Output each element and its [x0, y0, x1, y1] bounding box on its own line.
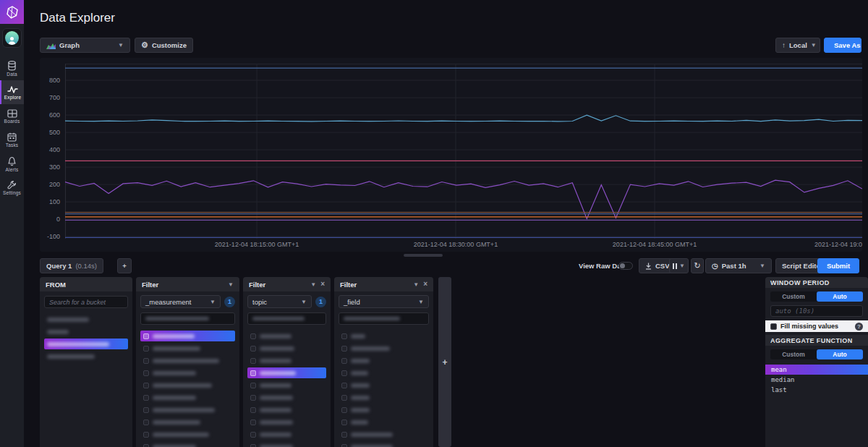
tag-value-item[interactable] — [140, 343, 235, 354]
view-type-dropdown[interactable]: Graph ▼ — [40, 38, 130, 53]
sidebar-item-boards[interactable]: Boards — [0, 104, 24, 128]
sidebar-item-settings[interactable]: Settings — [0, 176, 24, 200]
query-tab[interactable]: Query 1 (0.14s) — [40, 258, 103, 273]
help-icon[interactable]: ? — [855, 323, 863, 331]
tag-value-item[interactable] — [247, 392, 326, 403]
tag-value-item[interactable] — [247, 331, 326, 341]
filter-header[interactable]: Filter ▼ × — [334, 277, 433, 291]
checkbox-icon[interactable] — [341, 370, 347, 376]
bucket-list-item[interactable] — [44, 351, 128, 362]
tag-key-select[interactable]: topic ▼ — [247, 295, 312, 308]
checkbox-icon[interactable] — [341, 346, 347, 352]
tag-value-search-box[interactable] — [140, 312, 235, 325]
time-range-dropdown[interactable]: ◷ Past 1h ▼ — [705, 258, 772, 273]
checkbox-icon[interactable] — [341, 383, 347, 388]
tag-value-search-box[interactable] — [247, 312, 326, 325]
checkbox-icon[interactable] — [143, 346, 149, 352]
pause-dropdown-button[interactable]: ▼ — [669, 258, 689, 273]
tag-value-item[interactable] — [339, 331, 429, 341]
checkbox-icon[interactable] — [341, 358, 347, 364]
tag-value-item[interactable] — [247, 441, 326, 447]
checkbox-icon[interactable] — [250, 407, 256, 413]
tag-value-item[interactable] — [339, 355, 429, 366]
window-custom-option[interactable]: Custom — [770, 291, 817, 302]
tag-key-select[interactable]: _measurement ▼ — [140, 295, 221, 308]
checkbox-icon[interactable] — [143, 420, 149, 425]
aggregate-function-option[interactable]: last — [765, 385, 868, 395]
checkbox-icon[interactable] — [250, 432, 256, 438]
tag-value-item[interactable] — [339, 380, 429, 391]
window-auto-option[interactable]: Auto — [817, 291, 863, 302]
tag-value-item[interactable] — [140, 429, 235, 440]
checkbox-icon[interactable] — [250, 370, 256, 376]
tag-value-item[interactable] — [339, 404, 429, 415]
chart-plot-area[interactable] — [65, 64, 862, 239]
tag-value-item[interactable] — [339, 417, 429, 427]
checkbox-icon[interactable] — [143, 407, 149, 413]
close-icon[interactable]: × — [423, 281, 427, 288]
window-period-input[interactable] — [775, 307, 858, 315]
customize-button[interactable]: ⚙ Customize — [135, 38, 193, 53]
sidebar-item-tasks[interactable]: Tasks — [0, 128, 24, 152]
checkbox-icon[interactable] — [250, 420, 256, 425]
checkbox-icon[interactable] — [250, 358, 256, 364]
add-filter-button[interactable]: + — [438, 277, 451, 447]
close-icon[interactable]: × — [320, 281, 325, 288]
checkbox-icon[interactable] — [143, 358, 149, 364]
tag-value-item[interactable] — [140, 404, 235, 415]
checkbox-icon[interactable] — [341, 333, 347, 339]
tag-value-item[interactable] — [140, 380, 235, 391]
checkbox-icon[interactable] — [143, 432, 149, 438]
tag-value-search-box[interactable] — [339, 312, 429, 325]
checkbox-icon[interactable] — [341, 444, 347, 447]
tag-value-item[interactable] — [247, 429, 326, 440]
chart-resize-handle[interactable] — [404, 254, 443, 257]
sidebar-item-alerts[interactable]: Alerts — [0, 152, 24, 176]
aggregate-function-option[interactable]: median — [765, 375, 868, 385]
tag-value-item[interactable] — [247, 380, 326, 391]
influxdb-logo[interactable] — [0, 0, 24, 24]
checkbox-icon[interactable] — [143, 444, 149, 447]
checkbox-icon[interactable] — [143, 333, 149, 339]
aggregate-auto-option[interactable]: Auto — [817, 349, 863, 359]
checkbox-icon[interactable] — [250, 383, 256, 388]
submit-button[interactable]: Submit — [817, 258, 859, 273]
checkbox-icon[interactable] — [341, 420, 347, 425]
checkbox-icon[interactable] — [341, 395, 347, 401]
filter-header[interactable]: Filter ▼ — [136, 277, 239, 291]
tag-value-item[interactable] — [339, 429, 429, 440]
checkbox-icon[interactable] — [143, 395, 149, 401]
bucket-list-item[interactable] — [44, 339, 128, 349]
tag-value-item[interactable] — [339, 367, 429, 378]
bucket-list-item[interactable] — [44, 314, 128, 325]
aggregate-custom-option[interactable]: Custom — [770, 349, 817, 359]
tag-value-item[interactable] — [140, 417, 235, 427]
save-as-button[interactable]: Save As — [824, 38, 861, 53]
tag-value-item[interactable] — [140, 392, 235, 403]
checkbox-icon[interactable] — [250, 346, 256, 352]
checkbox-icon[interactable] — [250, 395, 256, 401]
tag-value-item[interactable] — [247, 355, 326, 366]
tag-value-item[interactable] — [247, 417, 326, 427]
tag-value-item[interactable] — [140, 331, 235, 341]
checkbox-icon[interactable] — [250, 444, 256, 447]
tag-value-item[interactable] — [140, 441, 235, 447]
sidebar-item-explore[interactable]: Explore — [0, 80, 24, 104]
tag-value-item[interactable] — [247, 404, 326, 415]
tag-value-item[interactable] — [247, 367, 326, 378]
tag-value-item[interactable] — [339, 392, 429, 403]
aggregate-function-option[interactable]: mean — [765, 365, 868, 375]
fill-missing-checkbox[interactable] — [770, 323, 777, 330]
view-raw-data-toggle[interactable] — [618, 262, 633, 270]
user-avatar-button[interactable] — [2, 28, 22, 48]
checkbox-icon[interactable] — [341, 432, 347, 438]
tag-value-item[interactable] — [140, 355, 235, 366]
refresh-button[interactable]: ↻ — [691, 258, 704, 273]
scope-dropdown[interactable]: ↑ Local ▼ — [775, 38, 820, 53]
bucket-search-input[interactable] — [49, 299, 123, 306]
checkbox-icon[interactable] — [143, 383, 149, 388]
checkbox-icon[interactable] — [341, 407, 347, 413]
bucket-list-item[interactable] — [44, 326, 128, 337]
checkbox-icon[interactable] — [250, 333, 256, 339]
filter-header[interactable]: Filter ▼ × — [243, 277, 331, 291]
